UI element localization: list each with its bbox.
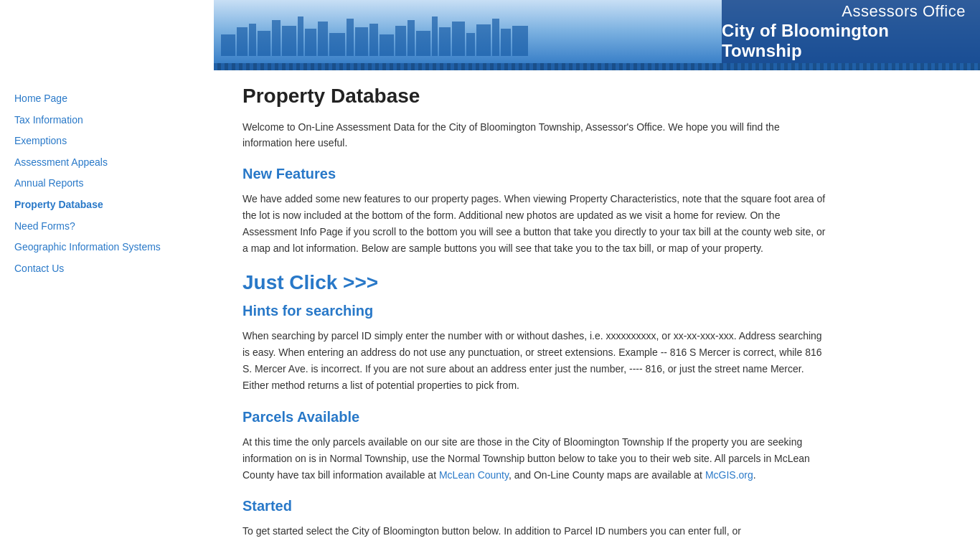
svg-rect-5: [282, 26, 296, 56]
svg-rect-20: [466, 33, 475, 56]
svg-rect-2: [249, 24, 256, 56]
banner-title-line1: Assessors Office: [842, 2, 966, 21]
svg-rect-1: [237, 27, 248, 56]
sidebar-nav-item-4[interactable]: Annual Reports: [14, 176, 199, 191]
section-heading-parcels: Parcels Available: [242, 409, 831, 425]
svg-rect-23: [501, 29, 511, 56]
banner-title-line2: City of Bloomington Township: [722, 21, 966, 61]
mcgis-link[interactable]: McGIS.org: [705, 469, 753, 481]
svg-rect-11: [355, 27, 368, 56]
svg-rect-3: [258, 31, 270, 56]
section-body-hints: When searching by parcel ID simply enter…: [242, 328, 831, 394]
sidebar-nav-item-2[interactable]: Exemptions: [14, 134, 199, 149]
svg-rect-6: [298, 17, 303, 56]
svg-rect-13: [380, 34, 394, 56]
sidebar-nav-item-6[interactable]: Need Forms?: [14, 220, 199, 234]
section-body-parcels: At this time the only parcels available …: [242, 434, 831, 484]
svg-rect-12: [369, 24, 378, 56]
section-heading-started: Started: [242, 498, 831, 514]
parcels-text-2: , and On-Line County maps are available …: [509, 469, 705, 481]
main-content: Property Database Welcome to On-Line Ass…: [214, 70, 859, 551]
mclean-county-link[interactable]: McLean County: [439, 469, 509, 481]
svg-rect-0: [221, 34, 235, 56]
section-heading-just-click: Just Click >>>: [242, 271, 831, 294]
sidebar-nav-item-7[interactable]: Geographic Information Systems: [14, 240, 199, 255]
svg-rect-19: [452, 22, 465, 56]
intro-paragraph: Welcome to On-Line Assessment Data for t…: [242, 119, 831, 151]
svg-rect-17: [432, 17, 438, 56]
svg-rect-8: [318, 22, 328, 56]
sidebar-nav-item-3[interactable]: Assessment Appeals: [14, 156, 199, 170]
svg-rect-7: [305, 29, 316, 56]
sidebar-nav-item-8[interactable]: Contact Us: [14, 262, 199, 276]
svg-rect-10: [347, 19, 354, 56]
svg-rect-15: [407, 20, 415, 56]
header-stripe: [214, 63, 980, 70]
sidebar-nav: Home PageTax InformationExemptionsAssess…: [14, 92, 199, 276]
svg-rect-4: [272, 20, 281, 56]
svg-rect-16: [416, 31, 430, 56]
section-body-started: To get started select the City of Bloomi…: [242, 523, 831, 540]
section-heading-new-features: New Features: [242, 166, 831, 182]
svg-rect-22: [492, 19, 499, 56]
svg-rect-24: [512, 26, 528, 56]
sidebar-nav-item-0[interactable]: Home Page: [14, 92, 199, 106]
skyline-decoration: [221, 13, 723, 56]
sidebar-nav-item-1[interactable]: Tax Information: [14, 113, 199, 128]
parcels-text-3: .: [753, 469, 756, 481]
svg-rect-18: [439, 27, 451, 56]
svg-rect-9: [329, 33, 345, 56]
sidebar: Home PageTax InformationExemptionsAssess…: [0, 70, 214, 551]
svg-rect-14: [395, 26, 406, 56]
section-heading-hints: Hints for searching: [242, 303, 831, 319]
svg-rect-21: [476, 24, 491, 56]
page-title: Property Database: [242, 85, 831, 108]
section-body-new-features: We have added some new features to our p…: [242, 191, 831, 257]
sidebar-nav-item-5[interactable]: Property Database: [14, 198, 199, 212]
